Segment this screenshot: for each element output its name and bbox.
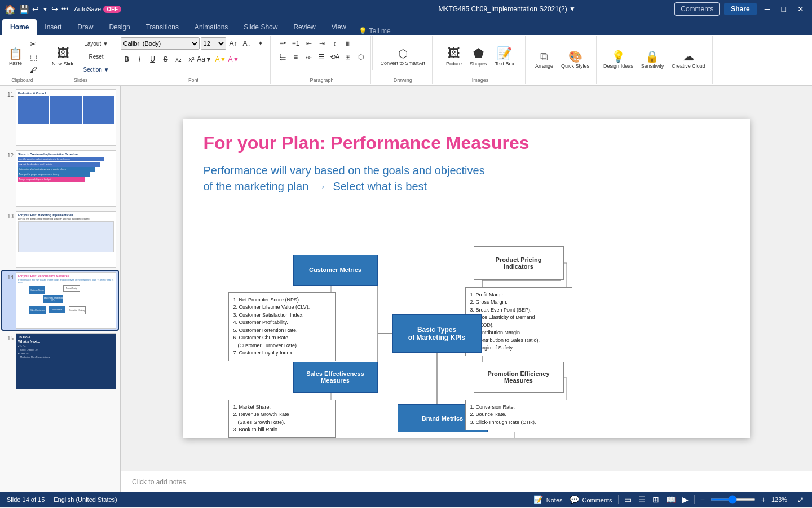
tab-transitions[interactable]: Transitions — [138, 19, 187, 35]
underline-btn[interactable]: U — [147, 53, 159, 65]
arrange-btn[interactable]: ⧉ Arrange — [532, 50, 557, 70]
slide-thumb-11[interactable]: 11 Evaluation & Control — [2, 88, 118, 147]
convert-smartart-btn[interactable]: ⬡ — [355, 51, 367, 63]
comments-btn[interactable]: Comments — [674, 2, 720, 16]
slide-thumb-13[interactable]: 13 For your Plan: Marketing Implementati… — [2, 210, 118, 269]
tab-design[interactable]: Design — [101, 19, 138, 35]
design-ideas-btn[interactable]: 💡 Design Ideas — [600, 50, 637, 70]
autosave-status: OFF — [103, 6, 121, 13]
outline-view-btn[interactable]: ☰ — [637, 494, 647, 505]
picture-btn[interactable]: 🖼 Picture — [443, 46, 465, 68]
creative-cloud-btn[interactable]: ☁ Creative Cloud — [668, 50, 709, 70]
convert-smartart-big-btn[interactable]: ⬡ Convert to SmartArt — [377, 47, 429, 67]
font-color-btn[interactable]: A▼ — [228, 53, 240, 65]
align-right-btn[interactable]: ⬰ — [303, 51, 315, 63]
slide-thumb-12[interactable]: 12 Steps to Create an Implementation Sch… — [2, 149, 118, 208]
new-slide-btn[interactable]: 🖼 New Slide — [48, 46, 78, 68]
tell-me-area: 💡 — [359, 27, 437, 35]
paste-btn[interactable]: 📋 Paste — [5, 47, 26, 67]
customer-list: 1. Net Promoter Score (NPS). 2. Customer… — [228, 292, 336, 361]
shrink-font-btn[interactable]: A↓ — [241, 37, 253, 50]
superscript-btn[interactable]: x² — [186, 53, 198, 65]
minimize-btn[interactable]: ─ — [761, 3, 774, 15]
save-btn[interactable]: 💾 — [19, 5, 29, 14]
tab-home[interactable]: Home — [2, 19, 37, 35]
restore-btn[interactable]: □ — [778, 3, 789, 15]
text-highlight-btn[interactable]: A▼ — [215, 53, 227, 65]
share-btn[interactable]: Share — [724, 3, 756, 15]
notes-btn[interactable]: 📝 Notes — [532, 494, 564, 505]
subtitle-arrow: → — [315, 180, 326, 192]
tab-animations[interactable]: Animations — [187, 19, 236, 35]
reset-btn[interactable]: Reset — [80, 51, 113, 63]
decrease-indent-btn[interactable]: ⇤ — [303, 37, 315, 50]
shapes-btn[interactable]: ⬟ Shapes — [466, 46, 491, 68]
text-box-btn[interactable]: 📝 Text Box — [492, 46, 518, 68]
title-bar-left: 🏠 💾 ↩ ▼ ↪ ••• AutoSave OFF — [5, 4, 339, 15]
layout-btn[interactable]: Layout ▼ — [80, 38, 113, 50]
section-btn[interactable]: Section ▼ — [80, 64, 113, 76]
tab-review[interactable]: Review — [285, 19, 323, 35]
justify-btn[interactable]: ☰ — [316, 51, 328, 63]
italic-btn[interactable]: I — [134, 53, 146, 65]
line-spacing-btn[interactable]: ↕ — [329, 37, 341, 50]
tab-slide-show[interactable]: Slide Show — [236, 19, 285, 35]
sensitivity-btn[interactable]: 🔒 Sensitivity — [638, 50, 668, 70]
normal-view-btn[interactable]: ▭ — [623, 494, 633, 505]
slideshow-btn[interactable]: ▶ — [681, 494, 690, 505]
zoom-out-btn[interactable]: − — [699, 494, 706, 505]
increase-indent-btn[interactable]: ⇥ — [316, 37, 328, 50]
promotion-efficiency-box: Promotion EfficiencyMeasures — [474, 362, 564, 393]
comments-status-btn[interactable]: 💬 Comments — [568, 494, 614, 505]
reading-view-btn[interactable]: 📖 — [665, 494, 677, 505]
fit-btn[interactable]: ⤢ — [796, 494, 805, 505]
paste-label: Paste — [9, 60, 22, 66]
columns-btn[interactable]: ⫼ — [342, 37, 354, 50]
slide-sorter-btn[interactable]: ⊞ — [651, 494, 660, 505]
language-label: English (United States) — [54, 496, 117, 503]
tab-view[interactable]: View — [324, 19, 354, 35]
strikethrough-btn[interactable]: S — [160, 53, 172, 65]
grow-font-btn[interactable]: A↑ — [227, 37, 240, 50]
quick-styles-label: Quick Styles — [561, 63, 589, 69]
copy-btn[interactable]: ⬚ — [27, 51, 39, 63]
slide-thumb-15[interactable]: 15 To Do & What's Next... • To Do: Read … — [2, 332, 118, 391]
format-painter-btn[interactable]: 🖌 — [27, 64, 39, 76]
picture-icon: 🖼 — [448, 47, 460, 60]
undo-dropdown[interactable]: ▼ — [42, 6, 48, 12]
notes-icon: 📝 — [533, 495, 543, 504]
align-center-btn[interactable]: ≡ — [290, 51, 302, 63]
notes-bar[interactable]: Click to add notes — [121, 471, 812, 492]
bullets-btn[interactable]: ≡• — [277, 37, 289, 50]
undo-btn[interactable]: ↩ — [32, 5, 39, 14]
notes-placeholder: Click to add notes — [132, 478, 186, 486]
slide-thumb-14[interactable]: 14 For your Plan: Performance Measures P… — [2, 271, 118, 330]
text-direction-btn[interactable]: ⟲A — [329, 51, 341, 63]
align-text-btn[interactable]: ⊞ — [342, 51, 354, 63]
redo-btn[interactable]: ↪ — [51, 5, 58, 14]
subscript-btn[interactable]: x₂ — [173, 53, 185, 65]
close-btn[interactable]: ✕ — [794, 3, 807, 15]
font-name-select[interactable]: Calibri (Body) — [121, 37, 200, 50]
bold-btn[interactable]: B — [121, 53, 133, 65]
customize-btn[interactable]: ••• — [61, 5, 69, 13]
numbering-btn[interactable]: ≡1 — [290, 37, 302, 50]
zoom-slider[interactable] — [710, 498, 756, 501]
quick-styles-btn[interactable]: 🎨 Quick Styles — [558, 50, 593, 70]
change-case-btn[interactable]: Aa▼ — [198, 53, 211, 65]
clear-formatting-btn[interactable]: ✦ — [254, 37, 267, 50]
home-icon-btn[interactable]: 🏠 — [5, 4, 16, 15]
creative-cloud-icon: ☁ — [683, 51, 694, 62]
tab-draw[interactable]: Draw — [69, 19, 101, 35]
comments-icon: 💬 — [570, 495, 579, 504]
font-size-select[interactable]: 12 — [201, 37, 226, 50]
zoom-in-btn[interactable]: + — [760, 494, 767, 505]
picture-label: Picture — [446, 61, 462, 67]
notes-label: Notes — [546, 497, 563, 503]
design-ideas-label: Design Ideas — [603, 63, 633, 69]
tell-me-input[interactable] — [369, 27, 437, 35]
align-left-btn[interactable]: ⬱ — [277, 51, 289, 63]
cut-btn[interactable]: ✂ — [27, 38, 39, 50]
title-bar: 🏠 💾 ↩ ▼ ↪ ••• AutoSave OFF MKTG485 Ch09_… — [0, 0, 812, 18]
tab-insert[interactable]: Insert — [37, 19, 69, 35]
